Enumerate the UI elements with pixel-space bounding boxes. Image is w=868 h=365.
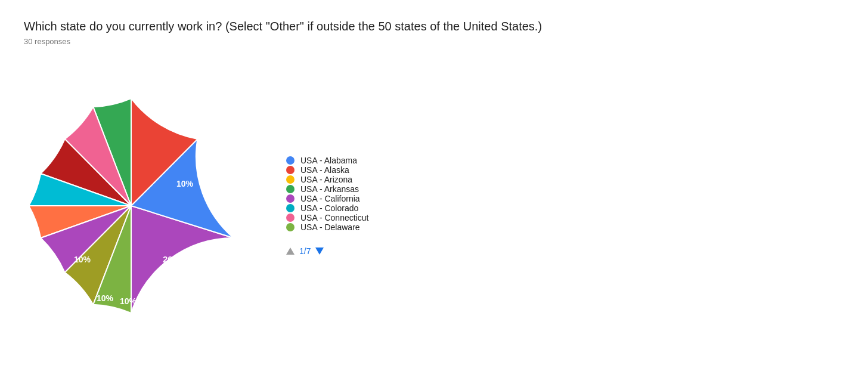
legend-area: USA - AlabamaUSA - AlaskaUSA - ArizonaUS…	[286, 156, 368, 256]
pie-label-purple: 10%	[74, 255, 91, 264]
pie-label-blue: 10%	[120, 296, 137, 306]
page-indicator: 1/7	[299, 246, 311, 256]
chart-area: 20% 10% 10% 10% 10% USA - AlabamaUSA - A…	[24, 58, 844, 353]
pie-chart: 20% 10% 10% 10% 10%	[24, 98, 238, 313]
next-page-button[interactable]	[315, 248, 324, 255]
legend-color-dot	[286, 204, 294, 212]
legend-item: USA - Connecticut	[286, 213, 368, 222]
legend-color-dot	[286, 194, 294, 203]
pie-label-alaska: 10%	[176, 179, 194, 188]
legend-color-dot	[286, 223, 294, 231]
legend-items: USA - AlabamaUSA - AlaskaUSA - ArizonaUS…	[286, 156, 368, 232]
legend-item: USA - Delaware	[286, 222, 368, 232]
legend-label: USA - California	[300, 194, 360, 203]
pie-label-california: 20%	[163, 254, 181, 264]
legend-color-dot	[286, 185, 294, 193]
legend-label: USA - Arkansas	[300, 184, 359, 194]
legend-label: USA - Arizona	[300, 175, 352, 184]
legend-label: USA - Alabama	[300, 156, 357, 165]
legend-item: USA - Arizona	[286, 175, 368, 184]
legend-label: USA - Delaware	[300, 222, 360, 232]
legend-item: USA - Colorado	[286, 203, 368, 213]
pagination: 1/7	[286, 246, 368, 256]
legend-item: USA - Alaska	[286, 165, 368, 175]
legend-color-dot	[286, 156, 294, 165]
legend-color-dot	[286, 166, 294, 174]
legend-color-dot	[286, 214, 294, 222]
legend-label: USA - Alaska	[300, 165, 349, 175]
legend-color-dot	[286, 175, 294, 184]
pie-svg: 20% 10% 10% 10% 10%	[24, 98, 238, 313]
prev-page-button[interactable]	[286, 248, 294, 255]
responses-count: 30 responses	[24, 37, 844, 46]
main-container: Which state do you currently work in? (S…	[0, 0, 868, 365]
legend-label: USA - Connecticut	[300, 213, 368, 222]
legend-label: USA - Colorado	[300, 203, 358, 213]
legend-item: USA - California	[286, 194, 368, 203]
legend-item: USA - Arkansas	[286, 184, 368, 194]
legend-item: USA - Alabama	[286, 156, 368, 165]
pie-label-green: 10%	[97, 293, 114, 303]
question-title: Which state do you currently work in? (S…	[24, 18, 844, 35]
